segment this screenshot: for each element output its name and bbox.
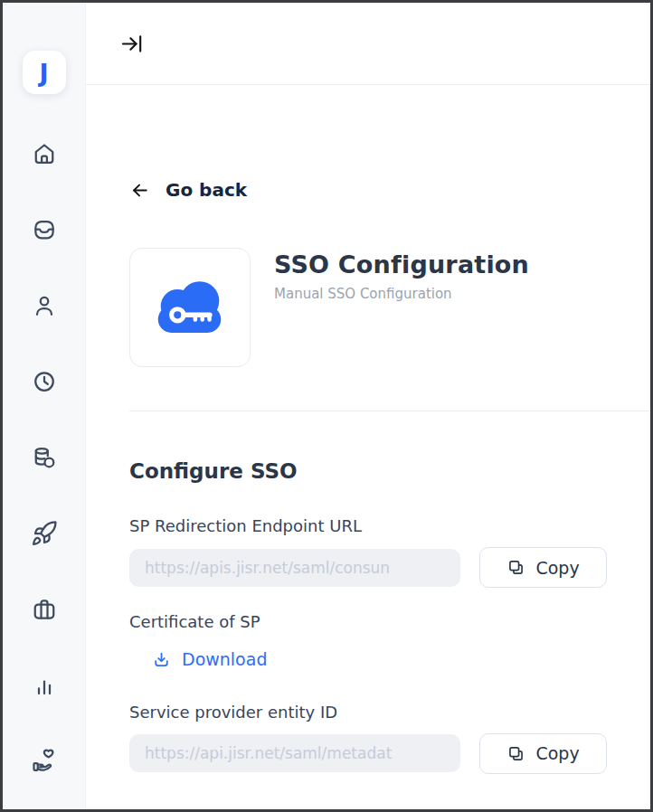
page-content: Go back SSO Conf (86, 85, 650, 774)
copy-icon (506, 744, 525, 763)
copy-entity-id-button[interactable]: Copy (479, 733, 607, 774)
coins-icon (31, 444, 58, 471)
copy-icon (506, 558, 525, 577)
hand-heart-icon (31, 748, 58, 775)
copy-sp-url-button[interactable]: Copy (479, 547, 607, 588)
bar-chart-icon (31, 672, 58, 699)
sidebar-item-analytics[interactable] (31, 672, 58, 699)
section-divider (129, 411, 650, 411)
clock-icon (31, 368, 58, 395)
sidebar-item-launch[interactable] (31, 520, 58, 547)
copy-button-label: Copy (535, 743, 579, 763)
download-certificate-link[interactable]: Download (152, 649, 267, 669)
main-area: Go back SSO Conf (86, 3, 650, 809)
service-provider-entity-id-input[interactable] (129, 734, 460, 772)
app-titles: SSO Configuration Manual SSO Configurati… (274, 248, 529, 367)
service-provider-entity-id-row: Copy (129, 733, 607, 774)
home-icon (31, 140, 58, 167)
sp-redirection-url-label: SP Redirection Endpoint URL (129, 516, 607, 535)
app-logo-letter: J (39, 61, 48, 85)
cloud-key-icon (147, 278, 232, 338)
go-back-label: Go back (166, 179, 247, 201)
sidebar-item-people[interactable] (31, 292, 58, 319)
sidebar-item-home[interactable] (31, 140, 58, 167)
copy-button-label: Copy (535, 558, 579, 578)
sidebar-nav (31, 140, 58, 775)
page-title: SSO Configuration (274, 250, 529, 279)
app-header: SSO Configuration Manual SSO Configurati… (129, 248, 607, 367)
sp-redirection-url-input[interactable] (129, 549, 460, 587)
sidebar-item-benefits[interactable] (31, 748, 58, 775)
back-arrow-icon (129, 180, 150, 201)
expand-sidebar-button[interactable] (119, 32, 144, 56)
configure-sso-heading: Configure SSO (129, 459, 607, 483)
sidebar-item-briefcase[interactable] (31, 596, 58, 623)
inbox-icon (31, 216, 58, 243)
sidebar-item-time[interactable] (31, 368, 58, 395)
briefcase-icon (31, 596, 58, 623)
arrow-to-bar-icon (119, 32, 144, 56)
certificate-of-sp-label: Certificate of SP (129, 612, 607, 631)
download-link-label: Download (182, 649, 267, 669)
person-icon (31, 292, 58, 319)
app-window: J (0, 0, 653, 812)
service-provider-entity-id-label: Service provider entity ID (129, 703, 607, 722)
sp-redirection-url-row: Copy (129, 547, 607, 588)
sidebar: J (3, 3, 86, 809)
page-subtitle: Manual SSO Configuration (274, 286, 529, 302)
go-back-button[interactable]: Go back (129, 179, 247, 201)
sidebar-item-payroll[interactable] (31, 444, 58, 471)
sidebar-item-inbox[interactable] (31, 216, 58, 243)
download-icon (152, 650, 171, 669)
topbar (86, 3, 650, 85)
rocket-icon (31, 520, 58, 547)
app-logo[interactable]: J (23, 51, 66, 94)
sso-app-tile (129, 248, 251, 367)
